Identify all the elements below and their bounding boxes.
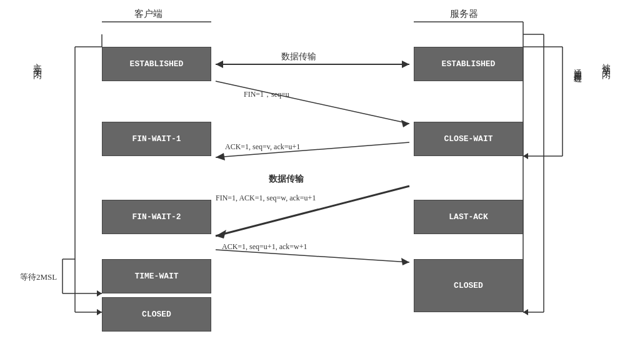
client-column-label: 客户端 — [134, 8, 162, 20]
data-transfer2-label: 数据传输 — [269, 174, 304, 185]
active-close-label: 主动关闭 — [31, 56, 42, 66]
tcp-diagram: ESTABLISHED FIN-WAIT-1 FIN-WAIT-2 TIME-W… — [0, 0, 625, 364]
client-fin-wait-2: FIN-WAIT-2 — [102, 200, 211, 234]
svg-marker-7 — [97, 309, 102, 315]
server-closed: CLOSED — [414, 259, 523, 312]
client-time-wait: TIME-WAIT — [102, 259, 211, 293]
svg-marker-21 — [402, 61, 409, 68]
data-transfer-label: 数据传输 — [281, 51, 316, 62]
wait2msl-label: 等待2MSL — [20, 272, 57, 283]
passive-close-label: 被动关闭 — [600, 56, 611, 66]
server-last-ack: LAST-ACK — [414, 200, 523, 234]
svg-line-29 — [216, 250, 409, 262]
server-established: ESTABLISHED — [414, 47, 523, 81]
svg-marker-30 — [401, 258, 409, 265]
svg-line-23 — [216, 81, 409, 124]
server-column-label: 服务器 — [450, 8, 478, 20]
svg-marker-19 — [523, 153, 528, 159]
svg-marker-22 — [216, 61, 223, 68]
client-closed: CLOSED — [102, 297, 211, 332]
ack2-label: ACK=1, seq=u+1, ack=w+1 — [222, 242, 308, 252]
fin1-label: FIN=1，seq=u — [244, 89, 289, 100]
server-close-wait: CLOSE-WAIT — [414, 122, 523, 156]
svg-marker-28 — [216, 230, 226, 239]
ack1-label: ACK=1, seq=v, ack=u+1 — [225, 142, 300, 152]
svg-marker-24 — [401, 120, 409, 127]
client-fin-wait-1: FIN-WAIT-1 — [102, 122, 211, 156]
fin2-label: FIN=1, ACK=1, seq=w, ack=u+1 — [216, 194, 316, 203]
client-established: ESTABLISHED — [102, 47, 211, 81]
svg-marker-15 — [523, 309, 528, 315]
svg-marker-11 — [97, 290, 102, 297]
notify-label: 通知应用进程 — [572, 62, 583, 70]
svg-marker-26 — [216, 153, 225, 160]
